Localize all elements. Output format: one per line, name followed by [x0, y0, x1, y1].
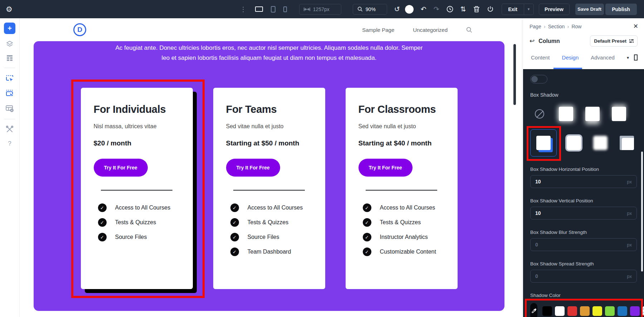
desktop-mode-icon[interactable] [634, 54, 638, 61]
spread-strength-input[interactable] [535, 273, 627, 279]
try-free-button[interactable]: Try It For Free [226, 159, 280, 177]
breadcrumb-section[interactable]: Section [548, 24, 565, 29]
color-swatch-green[interactable] [605, 306, 615, 316]
panel-scrollbar[interactable] [641, 152, 643, 272]
hover-mode-icon[interactable] [5, 89, 14, 98]
shadow-preset-glow-all[interactable] [559, 107, 573, 121]
chevron-down-icon[interactable]: ▾ [627, 55, 629, 60]
shadow-preset-inset[interactable] [620, 136, 634, 150]
shadow-none-icon[interactable] [535, 109, 544, 119]
feature-list: ✓ Access to All Courses ✓ Tests & Quizze… [94, 203, 180, 241]
card-title: For Teams [226, 104, 312, 115]
redo-curved-icon[interactable]: ↶ [421, 5, 426, 13]
box-shadow-label: Box Shadow [530, 92, 637, 98]
builder-canvas: D Sample Page Uncategorized Ac feugiat a… [20, 18, 518, 317]
color-swatch-black[interactable] [542, 306, 552, 316]
box-shadow-presets [530, 104, 637, 157]
back-arrow-icon[interactable]: ↩ [530, 37, 535, 45]
vertical-position-input[interactable] [535, 210, 627, 216]
shadow-preset-glow-bottom[interactable] [585, 107, 600, 121]
check-icon: ✓ [98, 203, 107, 212]
exit-button[interactable]: Exit [502, 4, 524, 15]
search-icon[interactable] [466, 27, 472, 33]
check-icon: ✓ [363, 203, 371, 212]
feature-item: ✓ Source Files [98, 233, 180, 241]
toggle-switch-off[interactable] [530, 75, 547, 83]
shadow-preset-ring[interactable] [567, 136, 581, 150]
canvas-scrollbar[interactable] [513, 44, 516, 105]
breadcrumb-separator-icon: › [567, 23, 569, 29]
builder-settings-icon[interactable] [5, 104, 14, 113]
card-title: For Classrooms [358, 104, 445, 115]
color-swatch-yellow[interactable] [592, 306, 602, 316]
shadow-color-picker [530, 303, 637, 317]
click-mode-icon[interactable] [5, 74, 14, 83]
page-title: Sample Page [362, 27, 394, 33]
breadcrumb-row[interactable]: Row [571, 24, 581, 29]
field-blur-strength: Box Shadow Blur Strength px [530, 230, 637, 251]
zoom-level-value: 90% [366, 6, 376, 12]
feature-list: ✓ Access to All Courses ✓ Tests & Quizze… [358, 203, 445, 256]
add-module-button[interactable]: + [4, 23, 15, 34]
help-icon[interactable]: ? [8, 140, 11, 147]
save-draft-button[interactable]: Save Draft [575, 4, 604, 15]
blur-strength-input[interactable] [535, 242, 627, 248]
sort-arrows-icon[interactable]: ⇅ [460, 5, 466, 13]
history-clock-icon[interactable] [447, 6, 453, 13]
close-icon[interactable]: ✕ [633, 23, 638, 30]
color-swatch-purple[interactable] [630, 306, 640, 316]
pricing-section[interactable]: Ac feugiat ante. Donec ultricies loborti… [34, 41, 504, 311]
tab-advanced[interactable]: Advanced [591, 54, 615, 61]
more-options-icon[interactable]: ⋮ [240, 5, 247, 13]
exit-caret-icon[interactable]: ▾ [524, 4, 534, 15]
try-free-button[interactable]: Try It For Free [94, 159, 148, 177]
breadcrumb-page[interactable]: Page [530, 24, 541, 29]
tab-content[interactable]: Content [531, 54, 550, 61]
breadcrumb-separator-icon: › [544, 23, 546, 29]
zoom-level-input[interactable]: 90% [353, 4, 387, 15]
phone-view-icon[interactable] [283, 6, 287, 12]
color-swatch-orange[interactable] [580, 306, 590, 316]
undo-icon[interactable]: ↺ [394, 5, 400, 13]
card-price: $20 / month [94, 139, 180, 147]
trash-icon[interactable] [473, 6, 480, 13]
feature-item: ✓ Team Dashboard [230, 248, 312, 256]
canvas-width-input[interactable]: 1257px [299, 4, 341, 15]
tablet-view-icon[interactable] [271, 6, 275, 13]
default-preset-button[interactable]: Default Preset [590, 35, 638, 47]
feature-item: ✓ Source Files [230, 233, 312, 241]
pricing-card-classrooms[interactable]: For Classrooms Sed vitae nulla et justo … [346, 88, 458, 289]
power-icon[interactable] [487, 6, 494, 13]
sidebar-divider [4, 119, 15, 119]
shadow-preset-blur[interactable] [593, 136, 608, 150]
feature-item: ✓ Access to All Courses [98, 203, 180, 212]
desktop-view-icon[interactable] [255, 6, 263, 12]
color-swatch-white[interactable] [555, 306, 565, 316]
color-swatch-blue[interactable] [618, 306, 627, 316]
wireframe-view-icon[interactable] [6, 54, 14, 62]
layers-icon[interactable] [5, 40, 14, 48]
shadow-preset-glow-top[interactable] [612, 107, 626, 121]
tools-icon[interactable] [5, 125, 14, 134]
status-dot[interactable] [405, 5, 414, 14]
eyedropper-button[interactable] [530, 303, 537, 317]
color-swatch-transparent[interactable] [643, 306, 644, 316]
check-icon: ✓ [98, 233, 107, 241]
pricing-card-teams[interactable]: For Teams Sed vitae nulla et justo Start… [213, 88, 325, 289]
feature-item: ✓ Tests & Quizzes [230, 218, 312, 227]
publish-button[interactable]: Publish [605, 4, 637, 15]
feature-item: ✓ Tests & Quizzes [98, 218, 180, 227]
check-icon: ✓ [98, 218, 107, 227]
shadow-preset-offset-selected[interactable] [530, 129, 557, 157]
feature-item: ✓ Customizable Content [363, 248, 445, 256]
settings-gear-icon[interactable]: ⚙ [6, 5, 13, 14]
try-free-button[interactable]: Try It For Free [358, 159, 413, 177]
pricing-card-individuals[interactable]: For Individuals Nisl massa, ultrices vit… [81, 88, 193, 289]
horizontal-position-input[interactable] [535, 179, 627, 184]
check-icon: ✓ [363, 218, 371, 227]
color-swatch-red[interactable] [567, 306, 577, 316]
element-label: Column [538, 38, 560, 44]
field-vertical-position: Box Shadow Vertical Position px [530, 198, 637, 220]
preview-button[interactable]: Preview [539, 4, 570, 15]
tab-design[interactable]: Design [562, 54, 579, 61]
